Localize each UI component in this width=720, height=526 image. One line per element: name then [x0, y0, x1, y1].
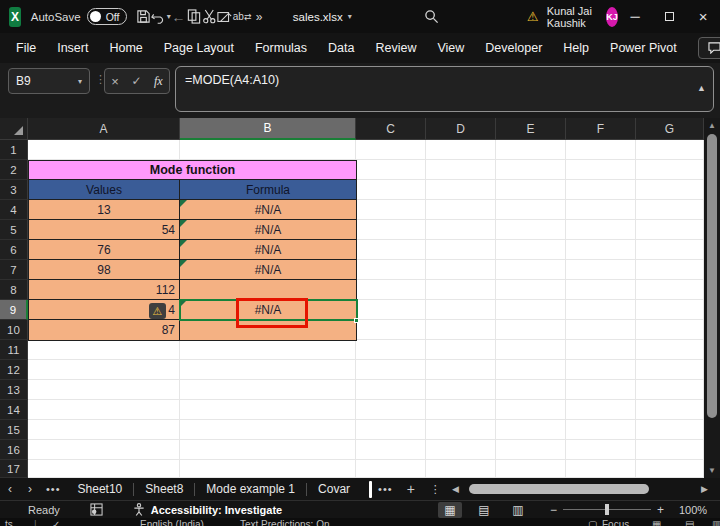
cell-E13[interactable] — [496, 380, 566, 400]
ribbon-tab-page-layout[interactable]: Page Layout — [164, 41, 234, 55]
cell-F12[interactable] — [566, 360, 636, 380]
row-header-15[interactable]: 15 — [0, 420, 28, 440]
cell-E12[interactable] — [496, 360, 566, 380]
cell-D14[interactable] — [426, 400, 496, 420]
cell-E17[interactable] — [496, 460, 566, 478]
accessibility-status[interactable]: Accessibility: Investigate — [151, 504, 282, 516]
column-header-c[interactable]: C — [356, 118, 426, 140]
ribbon-tab-data[interactable]: Data — [328, 41, 354, 55]
cell-C11[interactable] — [356, 340, 426, 360]
cell-E2[interactable] — [496, 160, 566, 180]
row-header-16[interactable]: 16 — [0, 440, 28, 460]
cell-D16[interactable] — [426, 440, 496, 460]
row-header-12[interactable]: 12 — [0, 360, 28, 380]
comments-button[interactable]: Comments — [698, 37, 720, 59]
enter-formula-button[interactable]: ✓ — [131, 74, 141, 88]
cell-D4[interactable] — [426, 200, 496, 220]
cell-G17[interactable] — [636, 460, 704, 478]
alert-warning-icon[interactable]: ⚠ — [527, 9, 539, 24]
all-sheets-icon[interactable]: ••• — [40, 483, 67, 495]
normal-view-button[interactable]: ▦ — [438, 502, 462, 518]
cell-G5[interactable] — [636, 220, 704, 240]
cell-D8[interactable] — [426, 280, 496, 300]
cell-E4[interactable] — [496, 200, 566, 220]
cell-F13[interactable] — [566, 380, 636, 400]
column-header-f[interactable]: F — [566, 118, 636, 140]
cell-B11[interactable] — [180, 340, 356, 360]
row-header-10[interactable]: 10 — [0, 320, 28, 340]
cell-C12[interactable] — [356, 360, 426, 380]
column-header-a[interactable]: A — [28, 118, 180, 140]
text-predictions-status[interactable]: Text Predictions: On — [240, 519, 329, 526]
focus-status[interactable]: Focus — [602, 519, 629, 526]
cell-F11[interactable] — [566, 340, 636, 360]
scroll-left-icon[interactable]: ◀ — [448, 484, 463, 494]
row-header-4[interactable]: 4 — [0, 200, 28, 220]
cell-F4[interactable] — [566, 200, 636, 220]
zoom-slider-thumb[interactable] — [605, 504, 609, 515]
cell-B16[interactable] — [180, 440, 356, 460]
cell-G9[interactable] — [636, 300, 704, 320]
collapse-formula-bar-icon[interactable]: ▲ — [697, 83, 706, 93]
cell-D1[interactable] — [426, 140, 496, 160]
cell-B12[interactable] — [180, 360, 356, 380]
cell-C4[interactable] — [356, 200, 426, 220]
ribbon-tab-view[interactable]: View — [437, 41, 464, 55]
cell-C13[interactable] — [356, 380, 426, 400]
cell-E5[interactable] — [496, 220, 566, 240]
column-header-d[interactable]: D — [426, 118, 496, 140]
cell-D2[interactable] — [426, 160, 496, 180]
fill-handle[interactable] — [354, 318, 359, 323]
cell-G6[interactable] — [636, 240, 704, 260]
cell-F6[interactable] — [566, 240, 636, 260]
cell-E7[interactable] — [496, 260, 566, 280]
cell-C5[interactable] — [356, 220, 426, 240]
cell-G15[interactable] — [636, 420, 704, 440]
cell-B14[interactable] — [180, 400, 356, 420]
column-header-b[interactable]: B — [180, 118, 356, 140]
ribbon-tab-power-pivot[interactable]: Power Pivot — [610, 41, 677, 55]
macro-record-icon[interactable] — [90, 503, 103, 516]
cell-C9[interactable] — [356, 300, 426, 320]
close-button[interactable]: × — [686, 0, 720, 33]
cell-G12[interactable] — [636, 360, 704, 380]
cell-A14[interactable] — [28, 400, 180, 420]
tab-overflow-icon[interactable]: ••• — [372, 483, 399, 495]
horizontal-scrollbar[interactable]: ◀ ▶ — [448, 478, 712, 500]
sheet-tab-sheet8[interactable]: Sheet8 — [134, 482, 194, 496]
cell-B5[interactable]: #N/A — [180, 220, 356, 240]
cell-A7[interactable]: 98 — [29, 260, 180, 280]
cell-C8[interactable] — [356, 280, 426, 300]
cell-F14[interactable] — [566, 400, 636, 420]
sheet-tab-covar[interactable]: Covar — [307, 482, 361, 496]
cell-G16[interactable] — [636, 440, 704, 460]
cell-D10[interactable] — [426, 320, 496, 340]
cell-F17[interactable] — [566, 460, 636, 478]
table-header-formula[interactable]: Formula — [180, 180, 356, 200]
ribbon-tab-formulas[interactable]: Formulas — [255, 41, 307, 55]
cell-C1[interactable] — [356, 140, 426, 160]
cell-E15[interactable] — [496, 420, 566, 440]
cell-B10[interactable] — [180, 320, 356, 340]
insert-function-button[interactable]: fx — [154, 74, 163, 89]
cell-G3[interactable] — [636, 180, 704, 200]
cell-F3[interactable] — [566, 180, 636, 200]
cell-E10[interactable] — [496, 320, 566, 340]
zoom-slider[interactable] — [563, 509, 651, 510]
ribbon-tab-file[interactable]: File — [16, 41, 36, 55]
page-layout-view-button[interactable]: ▤ — [472, 502, 496, 518]
undo-icon[interactable]: ▾ — [151, 6, 171, 28]
cell-G2[interactable] — [636, 160, 704, 180]
cell-G4[interactable] — [636, 200, 704, 220]
cell-F2[interactable] — [566, 160, 636, 180]
cell-B6[interactable]: #N/A — [180, 240, 356, 260]
cell-C6[interactable] — [356, 240, 426, 260]
cell-G7[interactable] — [636, 260, 704, 280]
cell-D11[interactable] — [426, 340, 496, 360]
vertical-scroll-thumb[interactable] — [707, 134, 717, 418]
row-header-1[interactable]: 1 — [0, 140, 28, 160]
cell-E9[interactable] — [496, 300, 566, 320]
find-replace-icon[interactable]: ab⇄ — [233, 6, 252, 28]
formula-input[interactable]: =MODE(A4:A10) ▲ — [175, 66, 714, 112]
cell-B1[interactable] — [180, 140, 356, 160]
